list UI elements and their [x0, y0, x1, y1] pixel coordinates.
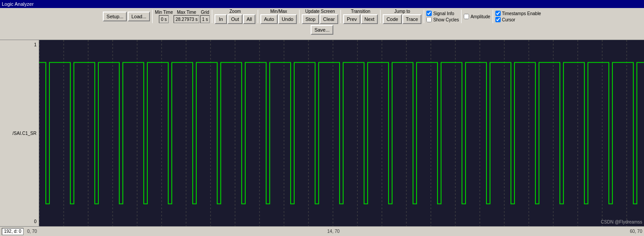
- watermark: CSDN @Flydreamss: [601, 220, 642, 224]
- sep4: [299, 10, 300, 23]
- signal-info-item[interactable]: Signal Info: [426, 11, 459, 16]
- toolbar: Setup... Load... Min Time 0 s Max Time 2…: [0, 8, 644, 40]
- time-right: 60, 70: [630, 229, 642, 234]
- timestamps-checkbox[interactable]: [495, 11, 501, 16]
- zoom-buttons: In Out All: [215, 14, 255, 24]
- prev-button[interactable]: Prev: [343, 14, 360, 24]
- coordinates-box: 192, d: 0: [2, 228, 24, 235]
- toolbar-row-2: Save...: [311, 25, 333, 35]
- transition-group: Transition Prev Next: [343, 9, 378, 24]
- signal-labels: 1 /SAI.C1_SR 0: [0, 40, 39, 226]
- signal-info-checkbox[interactable]: [426, 11, 432, 16]
- cursor-label: Cursor: [502, 17, 515, 22]
- clear-button[interactable]: Clear: [320, 14, 338, 24]
- minmax-group: Min/Max Auto Undo: [260, 9, 297, 24]
- max-time-label: Max Time: [177, 10, 196, 15]
- sep8: [461, 10, 462, 23]
- update-screen-group: Update Screen Stop Clear: [302, 9, 338, 24]
- signal-bottom-value: 0: [34, 219, 36, 224]
- sep9: [493, 10, 493, 23]
- update-screen-buttons: Stop Clear: [302, 14, 338, 24]
- title-bar: Logic Analyzer: [0, 0, 644, 8]
- show-cycles-checkbox[interactable]: [426, 17, 432, 22]
- trace-button[interactable]: Trace: [402, 14, 422, 24]
- zoom-group: Zoom In Out All: [215, 9, 255, 24]
- zoom-label: Zoom: [229, 9, 241, 14]
- sep6: [380, 10, 381, 23]
- jumpto-group: Jump to Code Trace: [383, 9, 421, 24]
- zoom-out-button[interactable]: Out: [227, 14, 243, 24]
- amplitude-group: Amplitude: [464, 14, 490, 19]
- next-button[interactable]: Next: [361, 14, 378, 24]
- max-time-group: Max Time 28.27973 s: [174, 10, 199, 23]
- jumpto-label: Jump to: [394, 9, 410, 14]
- timestamps-group: Timestamps Enable Cursor: [495, 11, 541, 22]
- sep5: [340, 10, 341, 23]
- undo-button[interactable]: Undo: [278, 14, 297, 24]
- transition-label: Transition: [351, 9, 370, 14]
- grid-label: Grid: [201, 10, 209, 15]
- max-time-value: 28.27973 s: [174, 15, 199, 23]
- sep2: [212, 10, 212, 23]
- sep7: [424, 10, 424, 23]
- transition-buttons: Prev Next: [343, 14, 378, 24]
- cursor-checkbox[interactable]: [495, 17, 501, 22]
- minmax-label: Min/Max: [270, 9, 287, 14]
- timestamps-label: Timestamps Enable: [502, 11, 541, 16]
- checkbox-group: Signal Info Show Cycles: [426, 11, 459, 22]
- show-cycles-item[interactable]: Show Cycles: [426, 17, 459, 22]
- min-time-label: Min Time: [155, 10, 173, 15]
- auto-button[interactable]: Auto: [260, 14, 278, 24]
- status-bar: 192, d: 0 0, 70 14, 70 60, 70: [0, 226, 644, 236]
- amplitude-item[interactable]: Amplitude: [464, 14, 490, 19]
- time-center: 14, 70: [327, 229, 340, 234]
- setup-button[interactable]: Setup...: [103, 12, 127, 21]
- signal-name: /SAI.C1_SR: [12, 131, 36, 136]
- stop-button[interactable]: Stop: [302, 14, 319, 24]
- zoom-all-button[interactable]: All: [243, 14, 255, 24]
- zoom-in-button[interactable]: In: [215, 14, 227, 24]
- show-cycles-label: Show Cycles: [433, 17, 459, 22]
- code-button[interactable]: Code: [383, 14, 401, 24]
- signal-canvas[interactable]: CSDN @Flydreamss: [39, 40, 644, 226]
- signal-area: 1 /SAI.C1_SR 0 CSDN @Flydreamss: [0, 40, 644, 226]
- amplitude-label: Amplitude: [470, 14, 490, 19]
- grid-value: 1 s: [200, 15, 210, 23]
- waveform-canvas: [39, 40, 644, 226]
- min-time-group: Min Time 0 s: [155, 10, 173, 23]
- signal-info-label: Signal Info: [433, 11, 454, 16]
- save-button[interactable]: Save...: [311, 25, 333, 35]
- jumpto-buttons: Code Trace: [383, 14, 421, 24]
- app-title: Logic Analyzer: [2, 1, 34, 7]
- load-button[interactable]: Load...: [128, 12, 150, 21]
- amplitude-checkbox[interactable]: [464, 14, 469, 19]
- toolbar-row-1: Setup... Load... Min Time 0 s Max Time 2…: [103, 9, 541, 24]
- grid-group: Grid 1 s: [200, 10, 210, 23]
- cursor-item[interactable]: Cursor: [495, 17, 541, 22]
- sep1: [152, 10, 153, 23]
- timestamps-item[interactable]: Timestamps Enable: [495, 11, 541, 16]
- update-screen-label: Update Screen: [305, 9, 335, 14]
- sep3: [258, 10, 258, 23]
- time-left: 0, 70: [27, 229, 37, 234]
- minmax-buttons: Auto Undo: [260, 14, 297, 24]
- min-time-value: 0 s: [159, 15, 168, 23]
- signal-top-value: 1: [34, 42, 36, 47]
